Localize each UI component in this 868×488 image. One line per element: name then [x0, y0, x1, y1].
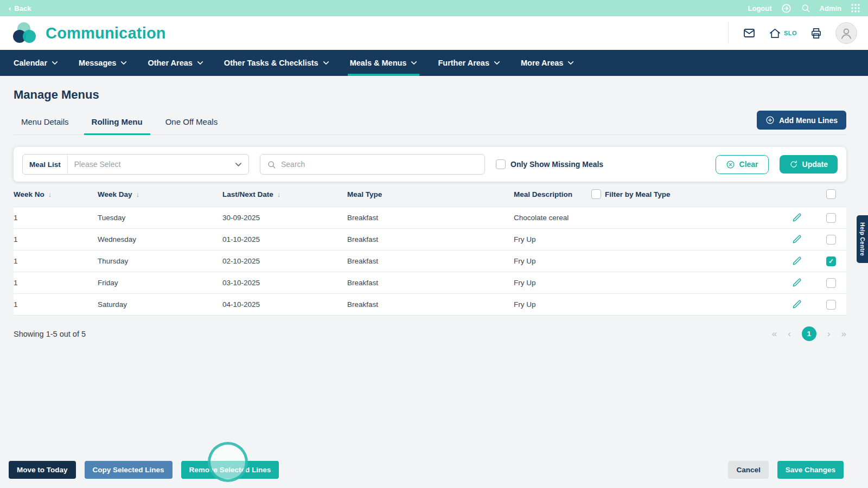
nav-label: Calendar — [14, 59, 47, 67]
pagination-last-icon[interactable]: » — [841, 329, 846, 339]
save-changes-button[interactable]: Save Changes — [777, 461, 844, 479]
mail-icon[interactable] — [743, 27, 756, 40]
cell-last-next-date: 02-10-2025 — [222, 257, 347, 265]
nav-label: Other Areas — [148, 59, 192, 67]
plus-circle-icon — [765, 115, 775, 125]
nav-label: Messages — [79, 59, 116, 67]
home-icon — [769, 27, 781, 40]
x-circle-icon — [726, 160, 735, 169]
edit-pencil-icon[interactable] — [792, 234, 802, 245]
row-checkbox[interactable] — [826, 213, 836, 223]
nav-item-other-areas[interactable]: Other Areas — [148, 50, 203, 76]
cancel-button[interactable]: Cancel — [728, 461, 768, 479]
topbar: ‹ Back Logout Admin — [0, 0, 868, 16]
nav-item-other-tasks-checklists[interactable]: Other Tasks & Checklists — [224, 50, 329, 76]
search-box — [260, 154, 485, 175]
cell-meal-description: Fry Up — [514, 300, 778, 309]
sort-icon[interactable]: ↓ — [136, 190, 140, 198]
add-menu-lines-button[interactable]: Add Menu Lines — [757, 111, 846, 130]
sort-icon[interactable]: ↓ — [277, 190, 281, 198]
only-show-missing-label: Only Show Missing Meals — [510, 160, 603, 169]
copy-selected-lines-button[interactable]: Copy Selected Lines — [85, 461, 173, 479]
edit-pencil-icon[interactable] — [792, 299, 802, 310]
results-summary: Showing 1-5 out of 5 — [14, 330, 86, 338]
topbar-right: Logout Admin — [748, 3, 861, 14]
column-header-meal-type: Meal Type — [347, 190, 514, 198]
move-to-today-button[interactable]: Move to Today — [9, 461, 76, 479]
sort-icon[interactable]: ↓ — [48, 190, 52, 198]
pagination-next-icon[interactable]: › — [827, 329, 831, 339]
help-centre-tab[interactable]: Help Centre — [857, 215, 868, 263]
clear-label: Clear — [739, 160, 758, 169]
pagination-first-icon[interactable]: « — [772, 329, 777, 339]
column-header-last-next-date: Last/Next Date ↓ — [222, 190, 347, 198]
main-nav: Calendar Messages Other Areas Other Task… — [0, 50, 868, 76]
cell-meal-description: Fry Up — [514, 257, 778, 265]
nav-item-further-areas[interactable]: Further Areas — [438, 50, 500, 76]
select-all-checkbox[interactable] — [826, 189, 836, 199]
app-logo — [13, 22, 40, 44]
summary-row: Showing 1-5 out of 5 « ‹ 1 › » — [14, 326, 846, 341]
refresh-icon — [789, 160, 798, 169]
table-row: 1 Friday 03-10-2025 Breakfast Fry Up — [14, 272, 846, 294]
row-checkbox[interactable] — [826, 278, 836, 288]
search-icon[interactable] — [801, 3, 810, 13]
update-button[interactable]: Update — [780, 155, 838, 174]
edit-pencil-icon[interactable] — [792, 278, 802, 288]
column-header-meal-description: Meal Description — [514, 190, 591, 198]
filter-bar: Meal List Please Select Only Show Missin… — [14, 147, 846, 182]
tab-one-off-meals[interactable]: One Off Meals — [158, 112, 225, 135]
row-checkbox[interactable] — [826, 300, 836, 310]
admin-menu[interactable]: Admin — [820, 4, 841, 12]
chevron-down-icon — [411, 61, 417, 65]
chevron-down-icon — [323, 61, 329, 65]
tab-rolling-menu[interactable]: Rolling Menu — [84, 112, 150, 135]
only-show-missing-checkbox[interactable] — [496, 159, 506, 169]
cell-meal-type: Breakfast — [347, 257, 514, 265]
logout-icon[interactable] — [781, 3, 792, 14]
cell-last-next-date: 03-10-2025 — [222, 279, 347, 287]
page-title: Manage Menus — [14, 88, 846, 102]
filter-by-meal-type-group: Filter by Meal Type — [591, 189, 778, 199]
tab-menu-details[interactable]: Menu Details — [14, 112, 76, 135]
add-menu-lines-label: Add Menu Lines — [779, 116, 838, 125]
cell-meal-description: Fry Up — [514, 279, 778, 287]
filter-by-meal-type-checkbox[interactable] — [591, 189, 601, 199]
nav-item-messages[interactable]: Messages — [79, 50, 127, 76]
back-button[interactable]: ‹ Back — [9, 4, 31, 12]
cell-meal-type: Breakfast — [347, 279, 514, 287]
apps-grid-icon[interactable] — [851, 3, 860, 13]
chevron-down-icon — [235, 162, 242, 167]
edit-pencil-icon[interactable] — [792, 213, 802, 223]
cell-meal-type: Breakfast — [347, 300, 514, 309]
cell-meal-description: Fry Up — [514, 235, 778, 243]
cell-last-next-date: 04-10-2025 — [222, 300, 347, 309]
chevron-down-icon — [567, 61, 574, 65]
cell-meal-description: Chocolate cereal — [514, 214, 778, 222]
table-row: 1 Tuesday 30-09-2025 Breakfast Chocolate… — [14, 207, 846, 229]
logout-button[interactable]: Logout — [748, 4, 772, 12]
search-input[interactable] — [281, 160, 478, 169]
cell-week-day: Saturday — [98, 300, 222, 309]
table-body: 1 Tuesday 30-09-2025 Breakfast Chocolate… — [14, 207, 846, 316]
row-checkbox[interactable] — [826, 235, 836, 245]
nav-item-meals-menus[interactable]: Meals & Menus — [350, 50, 418, 76]
pagination-current-page[interactable]: 1 — [802, 326, 816, 341]
edit-pencil-icon[interactable] — [792, 256, 802, 267]
home-button[interactable]: SLO — [769, 27, 797, 40]
cell-week-day: Friday — [98, 279, 222, 287]
cell-week-day: Wednesday — [98, 235, 222, 243]
nav-item-calendar[interactable]: Calendar — [14, 50, 58, 76]
chevron-down-icon — [494, 61, 500, 65]
row-checkbox[interactable]: ✓ — [826, 256, 836, 266]
header-actions: SLO — [728, 22, 857, 44]
remove-selected-lines-button[interactable]: Remove Selected Lines — [181, 461, 279, 479]
filter-by-meal-type-label: Filter by Meal Type — [605, 190, 671, 198]
meal-list-select[interactable]: Meal List Please Select — [22, 154, 249, 175]
clear-button[interactable]: Clear — [716, 155, 769, 174]
nav-item-more-areas[interactable]: More Areas — [521, 50, 574, 76]
pagination-prev-icon[interactable]: ‹ — [788, 329, 791, 339]
avatar[interactable] — [835, 22, 857, 44]
table-row: 1 Thursday 02-10-2025 Breakfast Fry Up ✓ — [14, 251, 846, 272]
print-icon[interactable] — [810, 27, 822, 40]
